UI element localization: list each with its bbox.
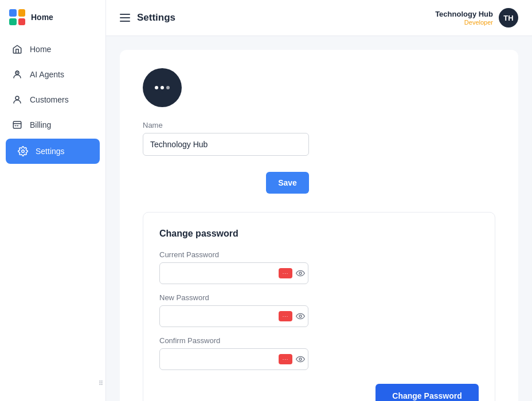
password-section: Change password Current Password xyxy=(143,212,495,401)
avatar-dot-3 xyxy=(166,86,170,89)
user-avatar[interactable]: TH xyxy=(499,8,518,27)
org-name: Technology Hub xyxy=(435,10,493,19)
hamburger-line-2 xyxy=(120,17,130,18)
password-section-title: Change password xyxy=(159,229,479,239)
sidebar-collapse-handle[interactable]: ⠿ xyxy=(0,375,105,392)
avatar-dot-2 xyxy=(161,86,164,89)
header: Settings Technology Hub Developer TH xyxy=(106,0,532,36)
org-info: Technology Hub Developer xyxy=(435,10,493,26)
billing-icon xyxy=(11,119,23,131)
page-title: Settings xyxy=(137,12,175,23)
header-right: Technology Hub Developer TH xyxy=(435,8,518,27)
new-password-field: New Password xyxy=(159,293,479,327)
confirm-password-label: Confirm Password xyxy=(159,336,479,345)
new-password-dots-badge[interactable] xyxy=(279,311,292,321)
sidebar-item-ai-agents[interactable]: AI Agents xyxy=(0,62,105,87)
sidebar-item-settings[interactable]: Settings xyxy=(6,139,100,164)
agent-icon xyxy=(11,69,23,80)
hamburger-line-1 xyxy=(120,14,130,15)
new-password-icons xyxy=(279,310,306,322)
main-content: Settings Technology Hub Developer TH xyxy=(106,0,532,401)
new-password-label: New Password xyxy=(159,293,479,302)
svg-point-1 xyxy=(17,72,18,73)
svg-point-6 xyxy=(299,315,302,317)
avatar-dot-1 xyxy=(155,86,158,89)
current-password-icons xyxy=(279,268,306,279)
logo: Home xyxy=(0,9,105,37)
logo-label: Home xyxy=(31,13,53,22)
confirm-password-icons xyxy=(279,353,306,365)
customers-icon xyxy=(11,94,23,105)
collapse-icon: ⠿ xyxy=(99,380,105,387)
sidebar-item-home-label: Home xyxy=(30,45,51,54)
current-password-eye-icon[interactable] xyxy=(295,268,306,279)
new-password-wrapper xyxy=(159,305,308,327)
home-icon xyxy=(11,44,23,55)
sidebar-item-settings-label: Settings xyxy=(36,147,65,156)
confirm-password-wrapper xyxy=(159,348,308,370)
settings-content: Name Save Change password Current Passwo… xyxy=(106,36,532,401)
hamburger-button[interactable] xyxy=(120,14,130,22)
confirm-password-dots-badge[interactable] xyxy=(279,354,292,364)
svg-rect-3 xyxy=(13,121,21,128)
sidebar-item-customers[interactable]: Customers xyxy=(0,87,105,112)
current-password-wrapper xyxy=(159,262,308,284)
header-left: Settings xyxy=(120,12,175,23)
sidebar-item-home[interactable]: Home xyxy=(0,37,105,62)
sidebar-item-customers-label: Customers xyxy=(30,95,69,104)
current-password-label: Current Password xyxy=(159,250,479,259)
sidebar-item-billing[interactable]: Billing xyxy=(0,112,105,137)
confirm-password-field: Confirm Password xyxy=(159,336,479,370)
org-role: Developer xyxy=(435,19,493,26)
sidebar-item-billing-label: Billing xyxy=(30,120,51,129)
svg-point-2 xyxy=(15,96,19,100)
avatar-dots xyxy=(155,86,170,89)
svg-point-4 xyxy=(22,150,25,153)
change-password-button[interactable]: Change Password xyxy=(375,384,479,401)
confirm-password-eye-icon[interactable] xyxy=(295,353,306,365)
current-password-field: Current Password xyxy=(159,250,479,284)
new-password-eye-icon[interactable] xyxy=(295,310,306,322)
current-password-dots-badge[interactable] xyxy=(279,268,292,278)
svg-point-5 xyxy=(299,272,302,274)
hamburger-line-3 xyxy=(120,21,130,22)
sidebar: Home Home AI Agents xyxy=(0,0,106,401)
settings-card: Name Save Change password Current Passwo… xyxy=(120,50,518,401)
name-label: Name xyxy=(143,121,495,129)
profile-avatar[interactable] xyxy=(143,68,182,107)
profile-section: Name Save xyxy=(143,68,495,194)
svg-point-7 xyxy=(299,358,302,360)
name-input[interactable] xyxy=(143,133,309,156)
sidebar-item-ai-agents-label: AI Agents xyxy=(30,70,64,79)
name-field: Name Save xyxy=(143,121,495,194)
save-button[interactable]: Save xyxy=(266,172,309,194)
logo-icon xyxy=(9,9,25,25)
settings-icon xyxy=(17,146,29,157)
